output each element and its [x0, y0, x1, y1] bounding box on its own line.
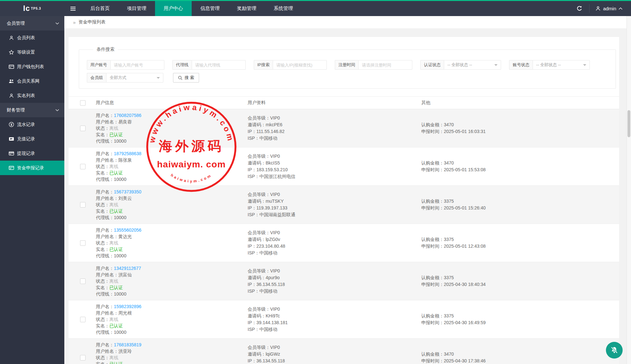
- hamburger-bars: [70, 7, 76, 11]
- table-body: 用户名：17608207586用户姓名：易良蓉状态：离线实名：已认证代理线：10…: [69, 109, 619, 364]
- cell-other: 认购金额：3470申报时间：2025-05-01 15:53:08: [421, 147, 619, 185]
- sidebar-item[interactable]: 提现记录: [0, 146, 64, 161]
- row-invite-code: 邀请码：BkcIS5: [248, 160, 421, 166]
- row-amount: 认购金额：3470: [421, 160, 619, 166]
- select-all-checkbox[interactable]: [80, 100, 86, 106]
- username-link[interactable]: 18792588638: [114, 151, 142, 156]
- row-agent-line: 代理线：10000: [96, 329, 248, 335]
- paypal-icon: [9, 136, 14, 142]
- search-select[interactable]: -- 全部状态 --: [533, 60, 590, 70]
- refresh-button[interactable]: [569, 1, 589, 16]
- user-icon: [9, 93, 14, 98]
- row-ip: IP：111.55.146.82: [248, 128, 421, 135]
- row-checkbox[interactable]: [80, 279, 86, 284]
- row-realname: 用户姓名：洪富仙: [96, 271, 248, 278]
- row-level: 会员等级：VIP0: [248, 191, 421, 198]
- sidebar: 会员管理会员列表等级设置用户钱包列表会员关系网实名列表财务管理流水记录充值记录提…: [0, 16, 64, 364]
- cell-user-data: 会员等级：VIP0邀请码：lpZG0vIP：223.104.80.48ISP：中…: [248, 224, 421, 262]
- user-icon: [595, 6, 601, 11]
- row-checkbox[interactable]: [80, 240, 86, 246]
- row-realname: 用户姓名：陈张泉: [96, 157, 248, 163]
- table-row: 用户名：13429112677用户姓名：洪富仙状态：离线实名：已认证代理线：10…: [69, 262, 619, 300]
- cell-user-info: 用户名：13429112677用户姓名：洪富仙状态：离线实名：已认证代理线：10…: [96, 262, 248, 300]
- row-level: 会员等级：VIP0: [248, 229, 421, 236]
- cell-user-data: 会员等级：VIP0邀请码：KHi9TcIP：39.144.138.181ISP：…: [248, 300, 421, 338]
- username-link[interactable]: 17681835819: [114, 342, 142, 347]
- search-button[interactable]: 搜 索: [173, 73, 199, 83]
- row-checkbox[interactable]: [80, 355, 86, 360]
- row-invite-code: 邀请码：4pur9o: [248, 274, 421, 281]
- sidebar-item-label: 会员关系网: [17, 78, 40, 84]
- nav-item-3[interactable]: 用户中心: [155, 1, 192, 16]
- row-ip: IP：119.39.197.133: [248, 205, 421, 211]
- breadcrumb: » 资金申报列表: [64, 16, 631, 28]
- table-header: 用户信息 用户资料 其他: [69, 96, 619, 109]
- row-amount: 认购金额：3470: [421, 121, 619, 128]
- row-status: 状态：离线: [96, 354, 248, 361]
- row-isp: ISP：中国移动: [248, 326, 421, 333]
- row-invite-code: 邀请码：mkcPE6: [248, 121, 421, 128]
- search-input[interactable]: [192, 60, 246, 70]
- search-input[interactable]: [358, 60, 412, 70]
- search-group: 会员组全部方式: [87, 73, 163, 83]
- row-agent-line: 代理线：10000: [96, 291, 248, 297]
- search-group: 注册时间: [335, 60, 412, 70]
- username-link[interactable]: 13555602056: [114, 227, 142, 233]
- nav-item-6[interactable]: 系统管理: [265, 1, 302, 16]
- row-checkbox[interactable]: [80, 126, 86, 131]
- sidebar-item[interactable]: 资金申报记录: [0, 161, 64, 175]
- search-field-label: 注册时间: [335, 60, 358, 70]
- row-checkbox[interactable]: [80, 317, 86, 322]
- sidebar-item[interactable]: 充值记录: [0, 132, 64, 146]
- sidebar-item[interactable]: 流水记录: [0, 117, 64, 132]
- sidebar-item-label: 充值记录: [17, 136, 35, 142]
- row-isp: ISP：中国移动: [248, 250, 421, 256]
- sidebar-item[interactable]: 用户钱包列表: [0, 59, 64, 74]
- row-isp: ISP：中国移动: [248, 288, 421, 295]
- nav-item-4[interactable]: 信息管理: [192, 1, 228, 16]
- row-realname: 用户姓名：周光根: [96, 310, 248, 316]
- row-checkbox[interactable]: [80, 202, 86, 208]
- table-row: 用户名：18792588638用户姓名：陈张泉状态：离线实名：已认证代理线：10…: [69, 147, 619, 186]
- notification-mute-button[interactable]: [606, 342, 623, 359]
- username-link[interactable]: 17608207586: [114, 113, 142, 118]
- row-verified: 实名：已认证: [96, 208, 248, 214]
- hamburger-menu-icon[interactable]: [64, 1, 82, 16]
- admin-dropdown[interactable]: admin: [590, 1, 631, 16]
- row-level: 会员等级：VIP0: [248, 268, 421, 274]
- row-agent-line: 代理线：10000: [96, 138, 248, 144]
- sidebar-item[interactable]: 会员列表: [0, 31, 64, 45]
- sidebar-section-2[interactable]: 财务管理: [0, 103, 64, 117]
- row-report-time: 申报时间：2025-05-01 15:53:08: [421, 166, 619, 173]
- username-link[interactable]: 15982392896: [114, 304, 142, 309]
- sidebar-item[interactable]: 实名列表: [0, 88, 64, 103]
- search-input[interactable]: [273, 60, 327, 70]
- nav-item-1[interactable]: 后台首页: [82, 1, 118, 16]
- breadcrumb-arrow-icon: »: [73, 20, 76, 25]
- row-checkbox[interactable]: [80, 164, 86, 169]
- cell-user-data: 会员等级：VIP0邀请码：mkcPE6IP：111.55.146.82ISP：中…: [248, 109, 421, 147]
- sidebar-item-label: 提现记录: [17, 151, 35, 156]
- cell-user-info: 用户名：13555602056用户姓名：黄达光状态：离线实名：已认证代理线：10…: [96, 224, 248, 262]
- vertical-scrollbar[interactable]: [626, 16, 631, 364]
- row-status: 状态：离线: [96, 240, 248, 246]
- yen-circle-icon: [9, 122, 14, 127]
- username-link[interactable]: 15673739350: [114, 189, 142, 194]
- sidebar-section-1[interactable]: 会员管理: [0, 16, 64, 31]
- row-amount: 认购金额：3375: [421, 236, 619, 243]
- search-select[interactable]: -- 全部状态 --: [444, 60, 501, 70]
- scrollbar-thumb[interactable]: [627, 110, 630, 137]
- search-select[interactable]: 全部方式: [106, 73, 163, 83]
- nav-item-2[interactable]: 项目管理: [118, 1, 155, 16]
- search-row-1: 用户账号代理线IP搜索注册时间认证状态-- 全部状态 --账号状态-- 全部状态…: [87, 60, 616, 70]
- row-invite-code: 邀请码：muTSKY: [248, 198, 421, 205]
- search-group: 用户账号: [87, 60, 164, 70]
- username-link[interactable]: 13429112677: [114, 266, 141, 271]
- sidebar-item[interactable]: 会员关系网: [0, 74, 64, 88]
- row-amount: 认购金额：3375: [421, 274, 619, 281]
- column-header-userinfo: 用户信息: [96, 97, 248, 109]
- nav-item-5[interactable]: 奖励管理: [228, 1, 265, 16]
- row-invite-code: 邀请码：lpZG0v: [248, 236, 421, 243]
- sidebar-item[interactable]: 等级设置: [0, 45, 64, 59]
- search-input[interactable]: [110, 60, 164, 70]
